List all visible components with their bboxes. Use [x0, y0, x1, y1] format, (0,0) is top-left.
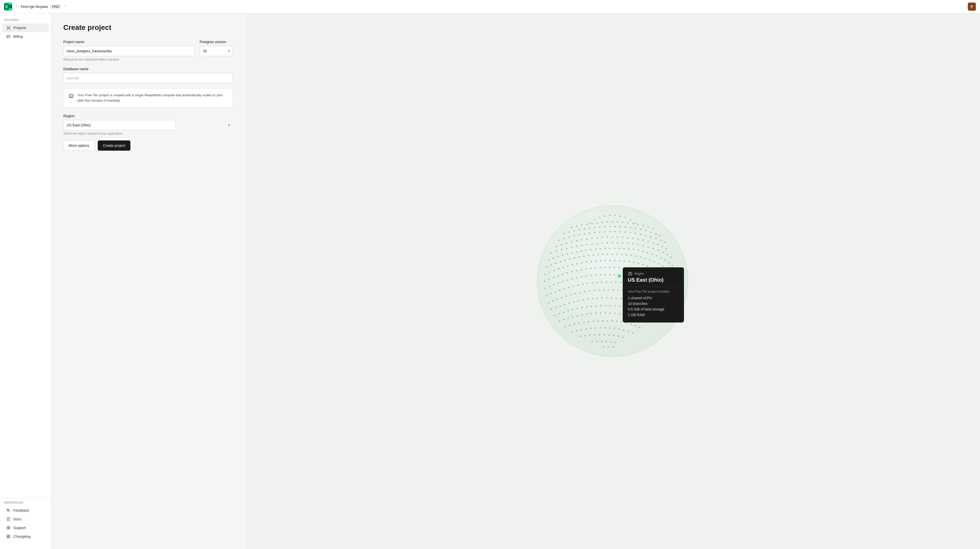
- svg-point-194: [584, 255, 585, 257]
- svg-point-175: [628, 249, 630, 250]
- region-group: Region US East (Ohio) US West (Oregon) E…: [63, 114, 233, 135]
- svg-line-18: [9, 511, 10, 512]
- svg-point-139: [581, 245, 583, 246]
- sidebar-item-support[interactable]: Support: [2, 523, 49, 532]
- svg-rect-34: [70, 95, 73, 97]
- svg-point-227: [600, 260, 601, 262]
- svg-point-371: [620, 298, 622, 299]
- svg-point-99: [614, 231, 616, 232]
- svg-point-17: [7, 509, 9, 511]
- svg-point-130: [657, 244, 659, 245]
- svg-point-429: [597, 321, 599, 322]
- svg-point-462: [622, 337, 624, 338]
- project-name-label: Project name: [63, 40, 194, 44]
- db-name-group: Database name: [63, 67, 233, 83]
- svg-point-425: [579, 322, 580, 324]
- svg-point-71: [579, 229, 580, 230]
- svg-point-105: [645, 235, 646, 236]
- svg-point-422: [565, 326, 566, 327]
- svg-point-441: [581, 329, 582, 330]
- account-section-label: ACCOUNT: [0, 18, 51, 24]
- svg-point-164: [576, 251, 578, 252]
- svg-point-186: [546, 267, 547, 268]
- topbar-chevron-icon[interactable]: ⌃: [64, 5, 66, 8]
- svg-point-284: [595, 274, 597, 276]
- sidebar-docs-label: Docs: [13, 517, 21, 521]
- sidebar-item-projects[interactable]: Projects: [2, 24, 49, 32]
- svg-point-188: [555, 263, 557, 264]
- sidebar-item-docs[interactable]: Docs: [2, 515, 49, 523]
- svg-point-287: [609, 274, 611, 276]
- svg-point-305: [559, 290, 560, 291]
- svg-point-344: [613, 289, 614, 290]
- svg-line-9: [7, 27, 8, 27]
- svg-point-408: [586, 314, 587, 315]
- svg-point-431: [607, 321, 608, 322]
- svg-point-383: [568, 310, 569, 311]
- svg-point-62: [627, 222, 628, 224]
- svg-point-165: [581, 251, 582, 252]
- svg-point-273: [545, 288, 546, 289]
- svg-point-52: [576, 226, 578, 227]
- svg-point-385: [577, 308, 578, 309]
- postgres-version-select[interactable]: 16 15 14 17: [200, 46, 233, 56]
- svg-point-447: [609, 328, 611, 329]
- user-avatar[interactable]: F: [968, 3, 976, 11]
- svg-point-338: [584, 291, 586, 292]
- project-name-input[interactable]: [63, 46, 194, 56]
- svg-point-115: [581, 239, 583, 241]
- svg-point-430: [602, 321, 604, 322]
- sidebar-item-billing[interactable]: Billing: [2, 32, 49, 41]
- svg-point-362: [578, 300, 579, 302]
- info-box-text: Your Free Tier project is created with a…: [77, 93, 228, 104]
- postgres-version-select-wrapper: 16 15 14 17 ▾: [200, 46, 233, 56]
- svg-point-283: [590, 275, 592, 276]
- svg-point-192: [574, 257, 575, 259]
- svg-point-126: [638, 238, 639, 240]
- neon-logo-icon[interactable]: [4, 3, 12, 11]
- svg-point-427: [588, 321, 589, 322]
- tooltip-item-branches: 10 branches: [628, 302, 679, 306]
- region-select[interactable]: US East (Ohio) US West (Oregon) EU West …: [63, 120, 176, 130]
- svg-point-135: [561, 249, 562, 251]
- svg-point-59: [612, 221, 613, 222]
- svg-point-206: [640, 257, 641, 258]
- db-name-input[interactable]: [63, 73, 233, 83]
- svg-point-275: [553, 284, 555, 285]
- svg-point-111: [561, 244, 562, 246]
- svg-point-459: [608, 335, 610, 336]
- svg-point-232: [624, 260, 625, 262]
- svg-point-137: [571, 247, 573, 248]
- svg-point-155: [662, 252, 664, 253]
- svg-point-74: [594, 227, 595, 228]
- more-options-button[interactable]: More options: [63, 140, 95, 151]
- sidebar-item-changelog[interactable]: Changelog: [2, 532, 49, 541]
- svg-point-230: [614, 260, 616, 261]
- svg-point-207: [645, 258, 646, 259]
- svg-point-119: [602, 237, 603, 238]
- svg-point-92: [579, 234, 580, 235]
- svg-rect-15: [7, 37, 8, 38]
- svg-point-78: [614, 226, 616, 227]
- svg-point-109: [664, 242, 666, 243]
- svg-point-124: [627, 237, 628, 238]
- svg-point-63: [632, 223, 634, 225]
- svg-point-171: [609, 248, 611, 249]
- svg-point-84: [645, 230, 646, 231]
- svg-point-370: [616, 298, 617, 299]
- svg-point-237: [647, 266, 648, 267]
- svg-point-413: [610, 313, 611, 314]
- svg-point-403: [563, 319, 565, 320]
- create-project-button[interactable]: Create project: [98, 140, 130, 151]
- sidebar-item-feedback[interactable]: Feedback: [2, 506, 49, 515]
- svg-point-72: [584, 228, 585, 230]
- svg-point-367: [601, 297, 603, 299]
- svg-point-169: [600, 248, 601, 249]
- svg-point-255: [595, 267, 596, 269]
- svg-point-48: [630, 219, 631, 220]
- svg-point-58: [607, 221, 608, 223]
- svg-point-147: [622, 243, 624, 244]
- svg-point-168: [595, 249, 597, 250]
- svg-point-150: [638, 244, 639, 246]
- svg-point-233: [628, 261, 630, 262]
